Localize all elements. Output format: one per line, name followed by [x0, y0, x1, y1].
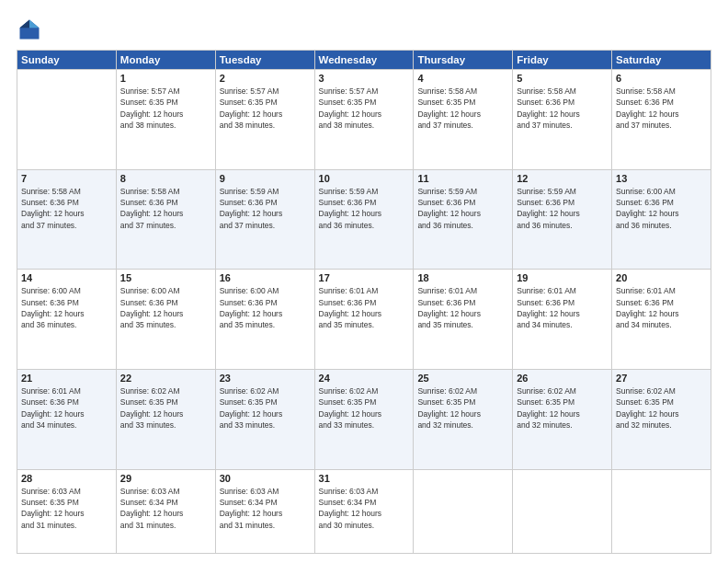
- day-info: Sunrise: 6:02 AMSunset: 6:35 PMDaylight:…: [616, 385, 707, 431]
- calendar-week-row: 21Sunrise: 6:01 AMSunset: 6:36 PMDayligh…: [17, 369, 711, 469]
- calendar-day-header: Sunday: [17, 51, 117, 70]
- calendar-day-cell: 18Sunrise: 6:01 AMSunset: 6:36 PMDayligh…: [414, 270, 513, 370]
- day-number: 21: [21, 373, 112, 384]
- day-number: 1: [120, 73, 211, 84]
- day-number: 5: [517, 73, 608, 84]
- calendar-table: SundayMondayTuesdayWednesdayThursdayFrid…: [17, 50, 711, 554]
- day-info: Sunrise: 5:58 AMSunset: 6:36 PMDaylight:…: [517, 86, 608, 131]
- calendar-week-row: 28Sunrise: 6:03 AMSunset: 6:35 PMDayligh…: [17, 469, 711, 553]
- calendar-day-cell: 30Sunrise: 6:03 AMSunset: 6:34 PMDayligh…: [215, 469, 314, 553]
- calendar-day-cell: 6Sunrise: 5:58 AMSunset: 6:36 PMDaylight…: [612, 70, 711, 170]
- day-number: 8: [120, 173, 211, 184]
- calendar-day-header: Saturday: [612, 51, 711, 70]
- calendar-day-cell: 26Sunrise: 6:02 AMSunset: 6:35 PMDayligh…: [513, 369, 612, 469]
- day-number: 20: [616, 272, 707, 283]
- day-info: Sunrise: 6:00 AMSunset: 6:36 PMDaylight:…: [220, 285, 311, 330]
- day-info: Sunrise: 6:03 AMSunset: 6:34 PMDaylight:…: [120, 486, 211, 531]
- day-info: Sunrise: 5:59 AMSunset: 6:36 PMDaylight:…: [220, 186, 311, 231]
- day-info: Sunrise: 6:02 AMSunset: 6:35 PMDaylight:…: [417, 385, 508, 431]
- day-number: 9: [220, 173, 311, 184]
- calendar-day-cell: 1Sunrise: 5:57 AMSunset: 6:35 PMDaylight…: [116, 70, 215, 170]
- calendar-day-cell: 14Sunrise: 6:00 AMSunset: 6:36 PMDayligh…: [17, 270, 117, 370]
- day-info: Sunrise: 6:02 AMSunset: 6:35 PMDaylight:…: [319, 385, 410, 431]
- day-info: Sunrise: 5:59 AMSunset: 6:36 PMDaylight:…: [517, 186, 608, 231]
- day-number: 26: [517, 373, 608, 384]
- calendar-day-cell: 20Sunrise: 6:01 AMSunset: 6:36 PMDayligh…: [612, 270, 711, 370]
- calendar-day-cell: 4Sunrise: 5:58 AMSunset: 6:35 PMDaylight…: [414, 70, 513, 170]
- day-info: Sunrise: 5:58 AMSunset: 6:36 PMDaylight:…: [616, 86, 707, 131]
- calendar-week-row: 14Sunrise: 6:00 AMSunset: 6:36 PMDayligh…: [17, 270, 711, 370]
- day-info: Sunrise: 6:00 AMSunset: 6:36 PMDaylight:…: [21, 285, 112, 330]
- day-number: 7: [21, 173, 112, 184]
- calendar-day-cell: 16Sunrise: 6:00 AMSunset: 6:36 PMDayligh…: [215, 270, 314, 370]
- calendar-day-cell: 2Sunrise: 5:57 AMSunset: 6:35 PMDaylight…: [215, 70, 314, 170]
- day-info: Sunrise: 6:01 AMSunset: 6:36 PMDaylight:…: [319, 285, 410, 330]
- day-info: Sunrise: 6:02 AMSunset: 6:35 PMDaylight:…: [220, 385, 311, 431]
- day-number: 15: [120, 272, 211, 283]
- calendar-day-cell: 3Sunrise: 5:57 AMSunset: 6:35 PMDaylight…: [314, 70, 414, 170]
- calendar-day-cell: 11Sunrise: 5:59 AMSunset: 6:36 PMDayligh…: [414, 169, 513, 270]
- day-info: Sunrise: 5:58 AMSunset: 6:35 PMDaylight:…: [417, 86, 508, 131]
- day-number: 2: [220, 73, 311, 84]
- calendar-day-cell: 15Sunrise: 6:00 AMSunset: 6:36 PMDayligh…: [116, 270, 215, 370]
- day-info: Sunrise: 6:00 AMSunset: 6:36 PMDaylight:…: [616, 186, 707, 231]
- day-info: Sunrise: 5:58 AMSunset: 6:36 PMDaylight:…: [21, 186, 112, 231]
- day-info: Sunrise: 5:59 AMSunset: 6:36 PMDaylight:…: [417, 186, 508, 231]
- calendar-day-cell: 21Sunrise: 6:01 AMSunset: 6:36 PMDayligh…: [17, 369, 117, 469]
- day-number: 4: [417, 73, 508, 84]
- logo: [17, 17, 46, 42]
- day-number: 22: [120, 373, 211, 384]
- calendar-day-header: Wednesday: [314, 51, 414, 70]
- calendar-day-cell: 25Sunrise: 6:02 AMSunset: 6:35 PMDayligh…: [414, 369, 513, 469]
- calendar-day-header: Monday: [116, 51, 215, 70]
- logo-icon: [17, 17, 42, 42]
- calendar-day-cell: [17, 70, 117, 170]
- day-info: Sunrise: 5:57 AMSunset: 6:35 PMDaylight:…: [120, 86, 211, 131]
- day-number: 16: [220, 272, 311, 283]
- day-info: Sunrise: 6:03 AMSunset: 6:34 PMDaylight:…: [319, 486, 410, 531]
- calendar-day-cell: 27Sunrise: 6:02 AMSunset: 6:35 PMDayligh…: [612, 369, 711, 469]
- day-info: Sunrise: 5:57 AMSunset: 6:35 PMDaylight:…: [319, 86, 410, 131]
- calendar-header-row: SundayMondayTuesdayWednesdayThursdayFrid…: [17, 51, 711, 70]
- day-number: 29: [120, 473, 211, 484]
- day-info: Sunrise: 5:58 AMSunset: 6:36 PMDaylight:…: [120, 186, 211, 231]
- day-info: Sunrise: 6:03 AMSunset: 6:35 PMDaylight:…: [21, 486, 112, 531]
- day-info: Sunrise: 6:01 AMSunset: 6:36 PMDaylight:…: [517, 285, 608, 330]
- day-number: 27: [616, 373, 707, 384]
- day-number: 30: [220, 473, 311, 484]
- page: SundayMondayTuesdayWednesdayThursdayFrid…: [0, 0, 728, 563]
- day-number: 13: [616, 173, 707, 184]
- calendar-day-cell: 5Sunrise: 5:58 AMSunset: 6:36 PMDaylight…: [513, 70, 612, 170]
- day-info: Sunrise: 6:01 AMSunset: 6:36 PMDaylight:…: [417, 285, 508, 330]
- day-info: Sunrise: 5:57 AMSunset: 6:35 PMDaylight:…: [220, 86, 311, 131]
- calendar-day-cell: 19Sunrise: 6:01 AMSunset: 6:36 PMDayligh…: [513, 270, 612, 370]
- svg-marker-2: [20, 20, 30, 29]
- day-info: Sunrise: 6:00 AMSunset: 6:36 PMDaylight:…: [120, 285, 211, 330]
- calendar-day-cell: 23Sunrise: 6:02 AMSunset: 6:35 PMDayligh…: [215, 369, 314, 469]
- day-info: Sunrise: 6:02 AMSunset: 6:35 PMDaylight:…: [120, 385, 211, 431]
- day-info: Sunrise: 6:01 AMSunset: 6:36 PMDaylight:…: [616, 285, 707, 330]
- calendar-week-row: 1Sunrise: 5:57 AMSunset: 6:35 PMDaylight…: [17, 70, 711, 170]
- calendar-day-cell: 10Sunrise: 5:59 AMSunset: 6:36 PMDayligh…: [314, 169, 414, 270]
- svg-marker-1: [29, 20, 40, 29]
- day-number: 10: [319, 173, 410, 184]
- calendar-day-header: Friday: [513, 51, 612, 70]
- calendar-day-cell: [414, 469, 513, 553]
- day-info: Sunrise: 6:01 AMSunset: 6:36 PMDaylight:…: [21, 385, 112, 431]
- day-number: 19: [517, 272, 608, 283]
- day-number: 23: [220, 373, 311, 384]
- calendar-day-header: Tuesday: [215, 51, 314, 70]
- day-number: 18: [417, 272, 508, 283]
- calendar-day-header: Thursday: [414, 51, 513, 70]
- calendar-day-cell: 22Sunrise: 6:02 AMSunset: 6:35 PMDayligh…: [116, 369, 215, 469]
- day-number: 28: [21, 473, 112, 484]
- day-number: 31: [319, 473, 410, 484]
- calendar-day-cell: 24Sunrise: 6:02 AMSunset: 6:35 PMDayligh…: [314, 369, 414, 469]
- calendar-day-cell: 7Sunrise: 5:58 AMSunset: 6:36 PMDaylight…: [17, 169, 117, 270]
- day-number: 6: [616, 73, 707, 84]
- calendar-week-row: 7Sunrise: 5:58 AMSunset: 6:36 PMDaylight…: [17, 169, 711, 270]
- calendar-day-cell: 12Sunrise: 5:59 AMSunset: 6:36 PMDayligh…: [513, 169, 612, 270]
- day-number: 14: [21, 272, 112, 283]
- day-number: 25: [417, 373, 508, 384]
- day-info: Sunrise: 5:59 AMSunset: 6:36 PMDaylight:…: [319, 186, 410, 231]
